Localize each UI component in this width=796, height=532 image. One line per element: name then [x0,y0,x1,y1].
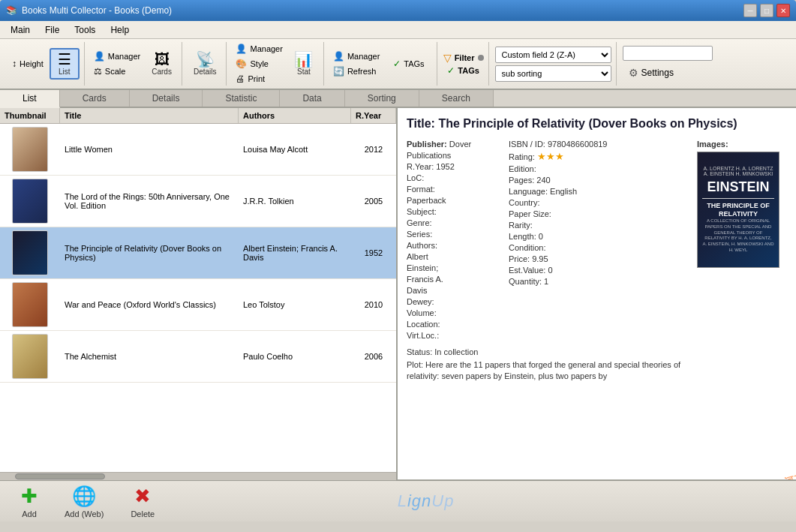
field-virt-loc: Virt.Loc.: [407,331,497,340]
list-button[interactable]: ☰ List [50,48,80,80]
book-thumb-1 [0,124,60,175]
delete-icon: ✖ [134,485,151,508]
tags-check-icon: ✓ [393,59,401,69]
bottombar: ✚ Add 🌐 Add (Web) ✖ Delete LignUp [0,479,796,521]
detail-panel: Title: The Principle of Relativity (Dove… [398,108,796,479]
book-year-4: 2010 [351,297,396,312]
cards-scale-button[interactable]: ⚖ Scale [91,65,143,78]
menu-file[interactable]: File [38,23,67,38]
details-label: Details [194,68,217,76]
app-icon: 📚 [6,5,17,16]
lignup-ign: ign [407,491,431,510]
add-label: Add [22,509,37,518]
stat-manager-button[interactable]: 👤 Manager [233,42,285,56]
data-refresh-button[interactable]: 🔄 Refresh [330,65,383,78]
table-row[interactable]: The Principle of Relativity (Dover Books… [0,227,396,279]
table-row[interactable]: Little Women Louisa May Alcott 2012 [0,124,396,176]
data-manager-icon: 👤 [333,51,344,62]
tab-statistic[interactable]: Statistic [203,90,280,107]
tab-list[interactable]: List [0,90,60,108]
main-content: Thumbnail Title Authors R.Year Little Wo… [0,108,796,479]
app-title: Books Multi Collector - Books (Demo) [22,5,172,16]
book-list-panel: Thumbnail Title Authors R.Year Little Wo… [0,108,398,479]
tags-button[interactable]: ✓ TAGs [390,57,427,71]
detail-plot: Plot: Here are the 11 papers that forged… [407,359,689,383]
filter-controls: ▽ Filter ✓ TAGs [443,52,484,76]
tags-filter-label: TAGs [458,66,479,75]
toolbar-data-group: 👤 Manager 🔄 Refresh ✓ TAGs [326,42,437,86]
toolbar: ↕ Height ☰ List 👤 Manager ⚖ Scale 🖼 Card… [0,39,796,90]
lignup-text: L [398,491,407,510]
tags-filter-row: ✓ TAGs [447,65,479,76]
height-button[interactable]: ↕ Height [9,57,47,71]
cover-subtitle-text: A COLLECTION OF ORIGINAL PAPERS ON THE S… [702,218,774,254]
book-author-1: Louisa May Alcott [239,142,351,157]
delete-button[interactable]: ✖ Delete [125,482,161,521]
field-country: Country: [509,198,607,207]
height-label: Height [20,59,44,68]
book-title-5: The Alchemist [60,349,239,364]
cards-button[interactable]: 🖼 Cards [146,49,177,79]
menu-help[interactable]: Help [103,23,137,38]
detail-status: Status: In collection [407,347,689,356]
book-thumb-5 [0,331,60,382]
book-title-2: The Lord of the Rings: 50th Anniversary,… [60,189,239,213]
list-icon: ☰ [58,52,71,67]
menu-tools[interactable]: Tools [67,23,103,38]
field-est-value: Est.Value: 0 [509,266,607,275]
add-web-button[interactable]: 🌐 Add (Web) [59,482,110,521]
toolbar-stat-group: 👤 Manager 🎨 Style 🖨 Print 📊 Stat [228,42,323,86]
cards-manager-button[interactable]: 👤 Manager [91,50,143,63]
menu-main[interactable]: Main [3,23,38,38]
field-publisher: Publisher: Dover [407,140,497,149]
col-header-thumbnail: Thumbnail [0,108,60,123]
sort-primary-select[interactable]: Custom field 2 (Z-A) [495,47,611,63]
stat-style-button[interactable]: 🎨 Style [233,57,285,71]
stat-button[interactable]: 📊 Stat [289,49,319,79]
settings-button[interactable]: ⚙ Settings [623,64,713,82]
minimize-button[interactable]: ─ [743,4,757,17]
table-row[interactable]: War and Peace (Oxford World's Classics) … [0,279,396,331]
tab-cards[interactable]: Cards [60,90,130,107]
bottom-actions: ✚ Add 🌐 Add (Web) ✖ Delete [15,482,161,521]
list-scrollbar[interactable] [0,472,396,479]
table-row[interactable]: The Lord of the Rings: 50th Anniversary,… [0,176,396,227]
field-volume: Volume: [407,308,497,317]
maximize-button[interactable]: □ [760,4,773,17]
close-button[interactable]: ✕ [776,4,790,17]
thumbnail-1 [12,127,48,172]
thumbnail-3 [12,230,48,275]
tab-details[interactable]: Details [130,90,203,107]
cover-title-text: THE PRINCIPLE OF RELATIVITY [702,202,774,218]
details-button[interactable]: 📡 Details [188,49,222,79]
cards-icon: 🖼 [155,52,170,67]
book-thumb-4 [0,279,60,330]
field-price: Price: 9.95 [509,254,607,263]
search-input[interactable] [623,46,713,61]
field-edition: Edition: [509,164,607,173]
field-language: Language: English [509,187,607,196]
book-year-3: 1952 [351,245,396,260]
list-label: List [59,68,71,76]
tab-sorting[interactable]: Sorting [345,90,419,107]
thumbnail-2 [12,179,48,224]
tab-data[interactable]: Data [280,90,344,107]
table-row[interactable]: The Alchemist Paulo Coelho 2006 [0,331,396,383]
field-location: Location: [407,320,497,329]
book-author-4: Leo Tolstoy [239,297,351,312]
data-manager-button[interactable]: 👤 Manager [330,50,383,63]
field-authors: Authors: [407,241,497,250]
stat-print-button[interactable]: 🖨 Print [233,72,285,86]
delete-label: Delete [131,509,155,518]
field-format-val: Paperback [407,196,497,205]
tab-search[interactable]: Search [419,90,494,107]
detail-book-title: Title: The Principle of Relativity (Dove… [407,117,787,131]
stat-manager-icon: 👤 [236,44,247,54]
add-button[interactable]: ✚ Add [15,482,44,521]
field-pages: Pages: 240 [509,176,607,185]
sort-secondary-select[interactable]: sub sorting [495,65,611,82]
scroll-thumb[interactable] [15,473,105,479]
images-label: Images: [697,140,787,149]
titlebar-controls: ─ □ ✕ [743,4,790,17]
field-einstein: Einstein; [407,263,497,272]
